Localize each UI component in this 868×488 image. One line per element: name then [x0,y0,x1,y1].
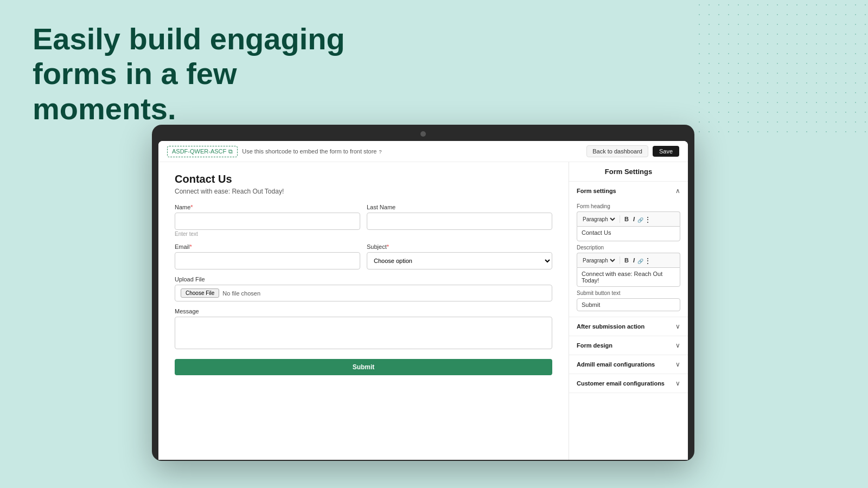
sidebar-section-admin-email: Admill email configurations ∨ [569,355,688,374]
name-field: Name* Enter text [175,204,360,237]
shortcode-section: ASDF-QWER-ASCF Use this shortcode to emb… [167,146,381,157]
form-settings-body: Form heading Paragraph B I [569,203,688,317]
description-toolbar: Paragraph B I [577,253,680,267]
after-submission-header[interactable]: After submission action ∨ [569,317,688,336]
upload-section: Upload File Choose File No file chosen [175,276,552,301]
submit-text-input[interactable] [577,298,680,311]
toolbar-divider-2 [620,256,620,264]
lastname-field: Last Name [367,204,552,237]
laptop-frame: ASDF-QWER-ASCF Use this shortcode to emb… [152,125,694,461]
submit-text-label: Submit button text [577,290,680,296]
lastname-label: Last Name [367,204,552,210]
description-content[interactable]: Connect with ease: Reach Out Today! [577,267,680,287]
admin-email-header[interactable]: Admill email configurations ∨ [569,355,688,374]
upload-label: Upload File [175,276,552,282]
form-settings-title: Form settings [577,188,616,194]
bold-button-desc[interactable]: B [623,256,630,264]
link-icon-heading[interactable] [637,214,643,224]
save-button[interactable]: Save [653,146,679,157]
form-preview-area: Contact Us Connect with ease: Reach Out … [158,162,569,460]
subject-field: Subject* Choose option [367,243,552,269]
no-file-text: No file chosen [222,290,260,297]
shortcode-hint: Use this shortcode to embed the form to … [242,148,381,155]
question-icon [379,148,381,155]
top-bar: ASDF-QWER-ASCF Use this shortcode to emb… [158,141,688,162]
email-subject-row: Email* Subject* Choose option [175,243,552,269]
laptop-camera [420,131,426,137]
form-settings-chevron: ∧ [675,187,680,195]
email-field: Email* [175,243,360,269]
top-bar-actions: Back to dashboard Save [586,145,679,157]
customer-email-header[interactable]: Customer email configurations ∨ [569,374,688,393]
more-icon-heading[interactable] [644,214,651,224]
choose-file-button[interactable]: Choose File [181,288,219,298]
shortcode-badge: ASDF-QWER-ASCF [167,146,238,157]
form-design-header[interactable]: Form design ∨ [569,336,688,355]
after-submission-chevron: ∨ [675,323,680,330]
admin-email-chevron: ∨ [675,361,680,368]
toolbar-divider-1 [620,215,620,223]
email-input[interactable] [175,252,360,269]
customer-email-chevron: ∨ [675,380,680,387]
sidebar-section-after-submission: After submission action ∨ [569,317,688,336]
bold-button-heading[interactable]: B [623,215,630,223]
email-label: Email* [175,243,360,250]
form-heading-label: Form heading [577,203,680,209]
form-heading-toolbar: Paragraph B I [577,211,680,226]
settings-sidebar: Form Settings Form settings ∧ Form headi… [569,162,688,460]
message-label: Message [175,308,552,314]
dot-pattern [694,0,868,141]
name-input[interactable] [175,213,360,230]
name-label: Name* [175,204,360,210]
form-heading-content[interactable]: Contact Us [577,226,680,241]
heading-paragraph-select[interactable]: Paragraph [580,216,617,223]
copy-icon[interactable] [228,148,233,155]
back-to-dashboard-button[interactable]: Back to dashboard [586,145,648,157]
form-design-chevron: ∨ [675,342,680,349]
more-icon-desc[interactable] [644,255,651,265]
sidebar-title: Form Settings [569,162,688,182]
shortcode-value: ASDF-QWER-ASCF [172,148,226,155]
name-hint: Enter text [175,231,360,237]
customer-email-title: Customer email configurations [577,380,665,387]
link-icon-desc[interactable] [637,255,643,265]
form-settings-header[interactable]: Form settings ∧ [569,182,688,200]
sidebar-section-customer-email: Customer email configurations ∨ [569,374,688,393]
message-field: Message [175,308,552,349]
laptop-wrapper: ASDF-QWER-ASCF Use this shortcode to emb… [152,125,694,461]
after-submission-title: After submission action [577,323,644,330]
hero-section: Easily build engaging forms in a few mom… [33,22,412,126]
submit-button[interactable]: Submit [175,359,552,375]
upload-box: Choose File No file chosen [175,285,552,301]
screen-body: Contact Us Connect with ease: Reach Out … [158,162,688,460]
sidebar-section-form-settings: Form settings ∧ Form heading Paragraph [569,182,688,317]
form-preview-title: Contact Us [175,173,552,185]
name-row: Name* Enter text Last Name [175,204,552,237]
italic-button-desc[interactable]: I [631,256,636,264]
desc-paragraph-select[interactable]: Paragraph [580,257,617,264]
subject-select[interactable]: Choose option [367,252,552,269]
message-textarea[interactable] [175,317,552,349]
hero-heading: Easily build engaging forms in a few mom… [33,22,412,126]
lastname-input[interactable] [367,213,552,230]
laptop-screen: ASDF-QWER-ASCF Use this shortcode to emb… [158,141,688,460]
italic-button-heading[interactable]: I [631,215,636,223]
admin-email-title: Admill email configurations [577,361,655,368]
form-preview-description: Connect with ease: Reach Out Today! [175,188,552,195]
subject-label: Subject* [367,243,552,250]
screen-main: ASDF-QWER-ASCF Use this shortcode to emb… [158,141,688,460]
form-design-title: Form design [577,342,612,349]
sidebar-section-form-design: Form design ∨ [569,336,688,355]
description-label: Description [577,245,680,251]
